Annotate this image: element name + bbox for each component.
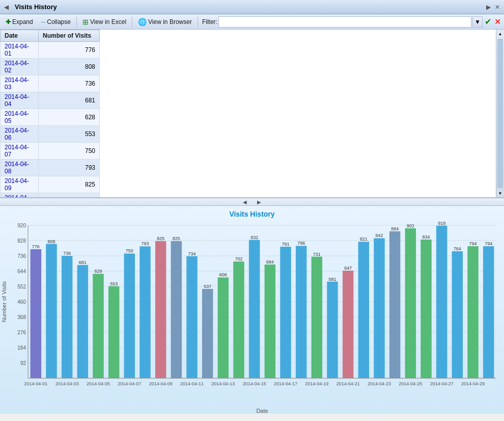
svg-text:681: 681	[79, 260, 87, 265]
svg-text:2014-04-23: 2014-04-23	[368, 381, 391, 386]
table-row: 2014-04-03736	[1, 75, 100, 92]
chart-bar[interactable]	[343, 271, 353, 378]
chart-bar[interactable]	[467, 246, 478, 378]
table-row: 2014-04-10825	[1, 193, 100, 198]
table-cell-date: 2014-04-03	[1, 75, 39, 92]
chart-bar[interactable]	[171, 241, 182, 378]
svg-text:2014-04-21: 2014-04-21	[337, 381, 360, 386]
view-excel-button[interactable]: ⊞ View in Excel	[79, 16, 130, 28]
chart-bar[interactable]	[296, 246, 306, 378]
table-row: 2014-04-01776	[1, 42, 100, 59]
scroll-thumb[interactable]	[497, 39, 503, 188]
table-row: 2014-04-08793	[1, 160, 100, 176]
expand-button[interactable]: ✚ Expand	[2, 17, 37, 27]
svg-text:2014-04-13: 2014-04-13	[211, 381, 235, 386]
chart-bar[interactable]	[405, 228, 416, 378]
svg-text:791: 791	[282, 242, 289, 247]
table-cell-date: 2014-04-07	[1, 143, 39, 160]
collapse-button[interactable]: ─ Collapse	[38, 17, 74, 27]
chart-bar[interactable]	[327, 282, 338, 378]
chart-svg: 9218427636846055264473682892077680873668…	[0, 220, 504, 414]
table-cell-visits: 825	[39, 176, 100, 193]
svg-text:884: 884	[391, 226, 399, 231]
filter-dropdown[interactable]: ▼	[472, 16, 483, 28]
chart-bar[interactable]	[186, 256, 197, 378]
chart-bar[interactable]	[452, 251, 463, 378]
svg-text:825: 825	[157, 236, 164, 241]
chart-bar[interactable]	[249, 240, 260, 378]
table-row: 2014-04-06553	[1, 126, 100, 143]
svg-text:628: 628	[94, 269, 102, 274]
scroll-up-button[interactable]: ▲	[496, 30, 504, 38]
view-browser-button[interactable]: 🌐 View in Browser	[134, 16, 195, 28]
scroll-down-button[interactable]: ▼	[496, 189, 504, 197]
svg-text:276: 276	[17, 330, 26, 335]
chart-title: Visits History	[0, 210, 504, 218]
chart-bar[interactable]	[358, 242, 369, 378]
chart-bar[interactable]	[233, 261, 244, 378]
table-cell-visits: 553	[39, 126, 100, 143]
chart-bar[interactable]	[77, 265, 88, 378]
filter-input[interactable]	[218, 16, 471, 28]
svg-text:918: 918	[438, 221, 445, 226]
table-row: 2014-04-02808	[1, 59, 100, 75]
svg-text:Date: Date	[256, 408, 268, 414]
table-cell-date: 2014-04-05	[1, 109, 39, 126]
scroll-arrows-bar: ◀ ▶	[0, 198, 504, 206]
table-cell-visits: 750	[39, 143, 100, 160]
chart-bar[interactable]	[218, 277, 229, 378]
expand-icon: ✚	[6, 18, 11, 25]
chart-bar[interactable]	[31, 249, 41, 378]
chart-bar[interactable]	[124, 253, 135, 378]
chart-bar[interactable]	[312, 257, 322, 378]
svg-text:581: 581	[328, 277, 336, 282]
chart-bar[interactable]	[62, 256, 72, 378]
separator-3	[198, 17, 198, 27]
close-icon[interactable]: ✕	[495, 4, 500, 11]
table-area: Date Number of Visits 2014-04-017762014-…	[0, 30, 504, 198]
chart-bar[interactable]	[421, 240, 431, 378]
scroll-right-button[interactable]: ▶	[253, 199, 265, 205]
svg-text:764: 764	[454, 246, 461, 251]
chart-bar[interactable]	[389, 231, 400, 378]
table-row: 2014-04-05628	[1, 109, 100, 126]
svg-text:Number of Visits: Number of Visits	[1, 281, 7, 322]
table-cell-visits: 628	[39, 109, 100, 126]
chart-bar[interactable]	[46, 244, 57, 378]
col-header-date: Date	[1, 30, 39, 42]
scrollbar[interactable]: ▲ ▼	[496, 30, 504, 197]
table-cell-date: 2014-04-01	[1, 42, 39, 59]
svg-text:92: 92	[20, 360, 26, 366]
chart-bar[interactable]	[202, 289, 213, 378]
svg-text:2014-04-27: 2014-04-27	[430, 381, 454, 386]
table-row: 2014-04-09825	[1, 176, 100, 193]
table-cell-date: 2014-04-06	[1, 126, 39, 143]
chart-bar[interactable]	[265, 265, 275, 378]
table-row: 2014-04-04681	[1, 92, 100, 109]
svg-text:2014-04-03: 2014-04-03	[55, 381, 79, 386]
col-header-visits: Number of Visits	[39, 30, 100, 42]
table-cell-visits: 736	[39, 75, 100, 92]
chart-area: Visits History 9218427636846055264473682…	[0, 206, 504, 414]
chart-bar[interactable]	[483, 246, 494, 378]
svg-text:2014-04-17: 2014-04-17	[274, 381, 297, 386]
chart-bar[interactable]	[93, 274, 103, 378]
filter-ok-button[interactable]: ✔	[485, 17, 491, 27]
svg-text:834: 834	[422, 234, 430, 240]
chart-bar[interactable]	[436, 226, 447, 378]
next-icon[interactable]: ▶	[486, 4, 491, 11]
svg-text:808: 808	[47, 239, 55, 244]
chart-bar[interactable]	[139, 246, 150, 378]
filter-label: Filter:	[202, 18, 217, 25]
chart-bar[interactable]	[108, 286, 119, 378]
chart-bar[interactable]	[280, 247, 291, 378]
svg-text:794: 794	[469, 241, 477, 246]
scroll-left-button[interactable]: ◀	[239, 199, 251, 205]
chart-bar[interactable]	[155, 241, 166, 378]
browser-icon: 🌐	[138, 18, 147, 26]
filter-cancel-button[interactable]: ✕	[494, 17, 501, 27]
prev-icon[interactable]: ◀	[4, 4, 9, 11]
title-bar-title: Visits History	[11, 3, 61, 11]
chart-bar[interactable]	[374, 238, 384, 378]
table-cell-visits: 776	[39, 42, 100, 59]
